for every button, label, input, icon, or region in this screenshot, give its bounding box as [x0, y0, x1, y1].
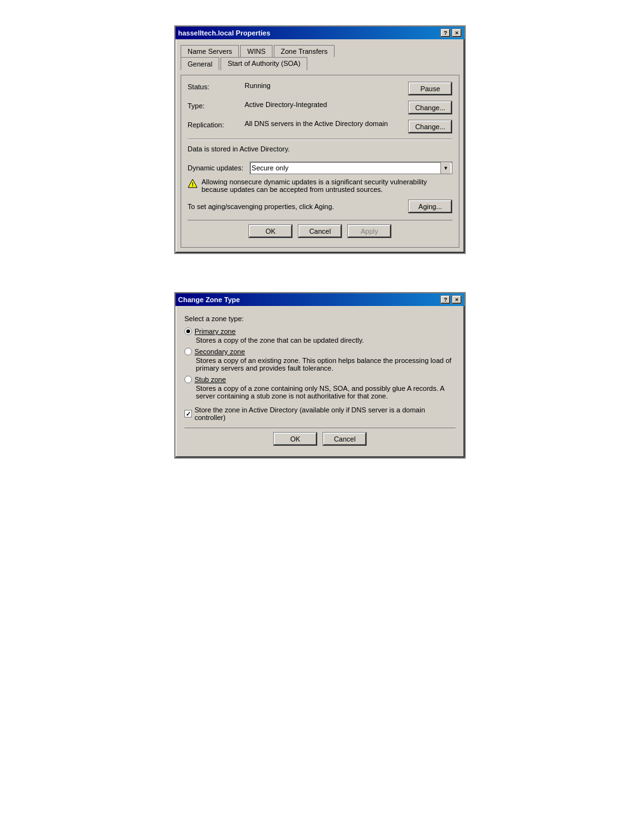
primary-zone-label-row: Primary zone	[184, 328, 456, 335]
zone-titlebar: Change Zone Type ? ×	[176, 293, 464, 306]
secondary-zone-label-row: Secondary zone	[184, 348, 456, 355]
type-value: Active Directory-Integrated	[245, 101, 408, 108]
zone-title: Change Zone Type	[178, 296, 240, 303]
status-value: Running	[245, 82, 408, 89]
zone-inner: Select a zone type: Primary zone Stores …	[181, 311, 459, 452]
ok-button[interactable]: OK	[248, 224, 293, 238]
status-label: Status:	[188, 82, 245, 91]
store-ad-label: Store the zone in Active Directory (avai…	[195, 406, 456, 421]
tab-strip: Name Servers WINS Zone Transfers General…	[181, 44, 459, 70]
data-info: Data is stored in Active Directory.	[188, 145, 452, 153]
stub-zone-desc: Stores a copy of a zone containing only …	[196, 385, 456, 400]
secondary-zone-radio[interactable]	[184, 348, 192, 355]
dynamic-updates-row: Dynamic updates: Secure only ▼	[188, 162, 452, 174]
replication-row: Replication: All DNS servers in the Acti…	[188, 120, 452, 134]
dynamic-updates-select[interactable]: Secure only ▼	[250, 162, 452, 174]
properties-title: hasselltech.local Properties	[178, 29, 271, 37]
zone-ok-button[interactable]: OK	[273, 432, 317, 446]
zone-titlebar-buttons: ? ×	[440, 295, 462, 304]
status-row: Status: Running Pause	[188, 82, 452, 96]
tab-soa[interactable]: Start of Authority (SOA)	[221, 57, 307, 70]
tab-zone-transfers[interactable]: Zone Transfers	[274, 45, 335, 57]
properties-dialog: hasselltech.local Properties ? × Name Se…	[174, 25, 466, 254]
warning-icon: !	[188, 179, 198, 189]
type-row: Type: Active Directory-Integrated Change…	[188, 101, 452, 115]
store-ad-row: Store the zone in Active Directory (avai…	[184, 406, 456, 421]
close-button[interactable]: ×	[452, 29, 462, 37]
stub-zone-label-row: Stub zone	[184, 376, 456, 383]
apply-button[interactable]: Apply	[347, 224, 392, 238]
stub-zone-label[interactable]: Stub zone	[195, 376, 226, 383]
tab-wins[interactable]: WINS	[240, 45, 272, 57]
tab-content: Status: Running Pause Type: Active Direc…	[181, 75, 459, 248]
aging-button[interactable]: Aging...	[408, 200, 452, 213]
aging-text: To set aging/scavenging properties, clic…	[188, 203, 408, 210]
zone-close-button[interactable]: ×	[452, 295, 462, 304]
warning-text: Allowing nonsecure dynamic updates is a …	[202, 178, 452, 193]
secondary-zone-desc: Stores a copy of an existing zone. This …	[196, 357, 456, 372]
svg-text:!: !	[192, 181, 194, 188]
tab-name-servers[interactable]: Name Servers	[181, 45, 239, 57]
tab-row-2: General Start of Authority (SOA)	[181, 56, 459, 70]
dropdown-arrow-icon[interactable]: ▼	[440, 162, 451, 174]
change-zone-dialog: Change Zone Type ? × Select a zone type:…	[174, 292, 466, 459]
aging-row: To set aging/scavenging properties, clic…	[188, 200, 452, 213]
secondary-zone-item: Secondary zone Stores a copy of an exist…	[184, 348, 456, 372]
warning-box: ! Allowing nonsecure dynamic updates is …	[188, 178, 452, 193]
primary-zone-radio[interactable]	[184, 328, 192, 335]
replication-value: All DNS servers in the Active Directory …	[245, 120, 408, 127]
page-wrapper: hasselltech.local Properties ? × Name Se…	[0, 0, 640, 840]
change-replication-button[interactable]: Change...	[408, 120, 452, 134]
primary-zone-desc: Stores a copy of the zone that can be up…	[196, 336, 456, 344]
store-ad-checkbox[interactable]	[184, 410, 192, 417]
cancel-button[interactable]: Cancel	[298, 224, 342, 238]
titlebar-buttons: ? ×	[440, 29, 462, 37]
replication-label: Replication:	[188, 120, 245, 129]
dialog2-footer: OK Cancel	[184, 428, 456, 449]
separator	[188, 139, 452, 140]
zone-content: Select a zone type: Primary zone Stores …	[176, 306, 464, 457]
secondary-zone-label[interactable]: Secondary zone	[195, 348, 245, 355]
pause-button[interactable]: Pause	[408, 82, 452, 96]
help-button[interactable]: ?	[440, 29, 451, 37]
change-type-button[interactable]: Change...	[408, 101, 452, 115]
dynamic-updates-value: Secure only	[252, 164, 288, 172]
dialog1-footer: OK Cancel Apply	[188, 220, 452, 241]
primary-zone-item: Primary zone Stores a copy of the zone t…	[184, 328, 456, 344]
properties-titlebar: hasselltech.local Properties ? ×	[176, 27, 464, 39]
primary-zone-label[interactable]: Primary zone	[195, 328, 236, 335]
stub-zone-item: Stub zone Stores a copy of a zone contai…	[184, 376, 456, 400]
properties-content: Name Servers WINS Zone Transfers General…	[176, 39, 464, 253]
zone-help-button[interactable]: ?	[440, 295, 451, 304]
tab-general[interactable]: General	[181, 57, 219, 70]
select-zone-label: Select a zone type:	[184, 315, 456, 322]
stub-zone-radio[interactable]	[184, 376, 192, 383]
zone-cancel-button[interactable]: Cancel	[323, 432, 367, 446]
type-label: Type:	[188, 101, 245, 110]
dynamic-label: Dynamic updates:	[188, 164, 243, 172]
tab-row-1: Name Servers WINS Zone Transfers	[181, 44, 459, 56]
